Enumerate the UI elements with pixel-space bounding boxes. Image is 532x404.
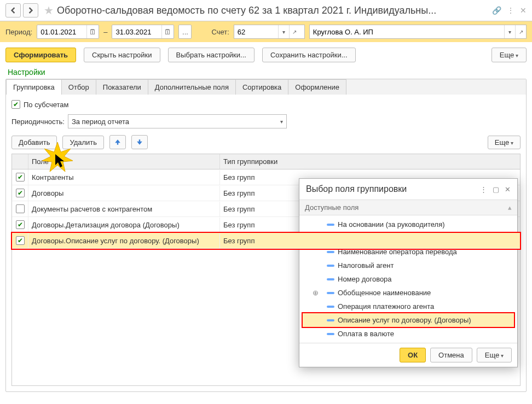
add-button[interactable]: Добавить: [11, 136, 57, 149]
period-picker-button[interactable]: ...: [178, 25, 192, 39]
more-button[interactable]: Еще: [491, 48, 527, 62]
back-button[interactable]: [5, 3, 21, 17]
periodicity-select[interactable]: За период отчета ▾: [68, 114, 287, 128]
field-icon: [327, 319, 334, 321]
hide-settings-button[interactable]: Скрыть настройки: [84, 48, 160, 62]
date-to-input[interactable]: 🗓: [112, 25, 174, 39]
period-dash: –: [103, 28, 107, 36]
subaccounts-checkbox[interactable]: [11, 100, 20, 109]
tab-Дополнительные поля[interactable]: Дополнительные поля: [148, 79, 236, 95]
date-to-field[interactable]: [112, 28, 161, 36]
org-field[interactable]: [310, 28, 504, 36]
dropdown-icon[interactable]: ▾: [278, 25, 289, 38]
grid-more-button[interactable]: Еще: [488, 136, 521, 149]
field-icon: [327, 224, 334, 226]
tab-Сортировка[interactable]: Сортировка: [235, 79, 288, 95]
row-field: Договоры.Описание услуг по договору. (До…: [28, 233, 220, 248]
row-field: Договоры: [28, 186, 220, 201]
row-checkbox[interactable]: [16, 189, 25, 197]
open-icon[interactable]: ↗: [515, 25, 526, 38]
tree-item[interactable]: Налоговый агент: [299, 259, 517, 272]
tree-item-label: Операция платежного агента: [338, 302, 434, 311]
favorite-star-icon[interactable]: ★: [44, 4, 54, 17]
forward-button[interactable]: [23, 3, 38, 17]
window-title: Оборотно-сальдовая ведомость по счету 62…: [57, 5, 492, 16]
more-icon[interactable]: ⋮: [507, 6, 514, 15]
field-icon: [327, 306, 334, 308]
row-checkbox[interactable]: [16, 173, 25, 181]
dialog-maximize-icon[interactable]: ▢: [493, 185, 499, 194]
dialog-title: Выбор поля группировки: [306, 184, 480, 194]
dialog-close-icon[interactable]: ✕: [505, 185, 511, 194]
account-field[interactable]: [234, 28, 278, 36]
grid-toolbar: Добавить Удалить Еще: [11, 135, 521, 149]
link-icon[interactable]: 🔗: [492, 6, 501, 15]
field-icon: [327, 251, 334, 253]
period-label: Период:: [5, 28, 32, 36]
tree-item-label: Обобщенное наименование: [338, 289, 431, 297]
date-from-input[interactable]: 🗓: [37, 25, 99, 39]
tree-item[interactable]: На основании (за руководителя): [299, 218, 517, 231]
dropdown-icon[interactable]: ▾: [280, 119, 283, 125]
field-icon: [327, 265, 334, 267]
dialog-more-button[interactable]: Еще: [477, 348, 512, 362]
field-icon: [327, 333, 334, 335]
calendar-icon[interactable]: 🗓: [161, 25, 174, 38]
open-icon[interactable]: ↗: [289, 25, 300, 38]
subaccounts-label: По субсчетам: [24, 101, 69, 109]
tree-item[interactable]: Операция платежного агента: [299, 300, 517, 313]
ok-button[interactable]: ОК: [400, 348, 426, 362]
tab-Группировка[interactable]: Группировка: [6, 79, 62, 95]
calendar-icon[interactable]: 🗓: [86, 25, 99, 38]
title-bar: ★ Оборотно-сальдовая ведомость по счету …: [0, 0, 532, 21]
tab-Оформление[interactable]: Оформление: [288, 79, 346, 95]
periodicity-value: За период отчета: [72, 118, 129, 126]
dropdown-icon[interactable]: ▾: [504, 25, 515, 38]
grid-head-type: Тип группировки: [220, 154, 520, 169]
move-up-button[interactable]: [109, 135, 126, 149]
tree-item-label: Налоговый агент: [338, 261, 394, 270]
tree-item[interactable]: Описание услуг по договору. (Договоры): [303, 313, 514, 327]
settings-title: Настройки: [0, 68, 532, 79]
close-icon[interactable]: ✕: [520, 6, 527, 15]
tabs: ГруппировкаОтборПоказателиДополнительные…: [6, 79, 526, 95]
tree-item-label: Оплата в валюте: [338, 330, 394, 338]
grid-head: Поле Тип группировки: [12, 154, 520, 169]
row-type: Без групп: [220, 233, 520, 248]
date-from-field[interactable]: [37, 28, 86, 36]
row-checkbox[interactable]: [16, 236, 25, 245]
cancel-button[interactable]: Отмена: [430, 348, 472, 362]
tree-item[interactable]: Номер договора: [299, 272, 517, 286]
move-down-button[interactable]: [131, 135, 148, 149]
row-field: Контрагенты: [28, 170, 220, 185]
tree-item-label: На основании (за руководителя): [338, 220, 445, 229]
dialog-more-icon[interactable]: ⋮: [480, 185, 487, 194]
available-fields-label: Доступные поля: [305, 203, 358, 212]
grid-row[interactable]: Договоры.Описание услуг по договору. (До…: [12, 233, 520, 249]
tab-Показатели[interactable]: Показатели: [96, 79, 148, 95]
tree-item-label: Описание услуг по договору. (Договоры): [338, 316, 471, 324]
tree-item[interactable]: Обобщенное наименование: [299, 286, 517, 300]
account-label: Счет:: [211, 28, 229, 36]
grid-head-field: Поле: [28, 154, 220, 169]
save-settings-button[interactable]: Сохранить настройки...: [262, 48, 356, 62]
period-bar: Период: 🗓 – 🗓 ... Счет: ▾ ↗ ▾ ↗: [0, 21, 532, 42]
scroll-up-icon[interactable]: ▴: [508, 203, 512, 212]
tree-item-label: Наименование оператора перевода: [338, 248, 457, 256]
field-icon: [327, 292, 334, 294]
choose-settings-button[interactable]: Выбрать настройки...: [168, 48, 255, 62]
tree-item-label: Номер договора: [338, 275, 392, 283]
periodicity-label: Периодичность:: [11, 118, 65, 126]
tab-Отбор[interactable]: Отбор: [61, 79, 96, 95]
field-icon: [327, 278, 334, 280]
delete-button[interactable]: Удалить: [62, 136, 104, 149]
row-checkbox[interactable]: [16, 220, 25, 229]
field-picker-dialog: Выбор поля группировки ⋮ ▢ ✕ Доступные п…: [299, 178, 518, 367]
account-input[interactable]: ▾ ↗: [234, 25, 305, 39]
row-field: Договоры.Детализация договора (Договоры): [28, 218, 220, 232]
row-field: Документы расчетов с контрагентом: [28, 202, 220, 216]
org-input[interactable]: ▾ ↗: [309, 25, 527, 39]
form-button[interactable]: Сформировать: [5, 48, 76, 62]
tree-item[interactable]: Оплата в валюте: [299, 327, 517, 341]
row-checkbox[interactable]: [16, 204, 25, 213]
